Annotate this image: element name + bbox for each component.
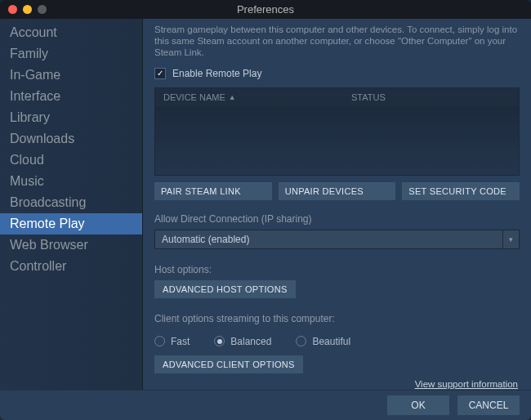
support-link-row: View support information (154, 378, 518, 390)
chevron-down-icon[interactable]: ▾ (502, 230, 519, 248)
window-body: AccountFamilyIn-GameInterfaceLibraryDown… (0, 19, 531, 390)
main-panel: Stream gameplay between this computer an… (143, 19, 531, 390)
sidebar-item-library[interactable]: Library (0, 107, 142, 128)
cancel-button[interactable]: CANCEL (457, 395, 520, 415)
enable-remote-play-checkbox[interactable]: ✓ (154, 68, 166, 79)
close-icon[interactable] (8, 5, 17, 14)
sidebar-item-family[interactable]: Family (0, 43, 142, 65)
device-buttons-row: PAIR STEAM LINK UNPAIR DEVICES SET SECUR… (154, 182, 520, 200)
traffic-lights (0, 5, 47, 14)
maximize-icon (38, 5, 47, 14)
sidebar-item-controller[interactable]: Controller (0, 256, 142, 277)
radio-label: Balanced (230, 336, 271, 347)
preferences-window: Preferences AccountFamilyIn-GameInterfac… (0, 0, 531, 420)
direct-connection-dropdown[interactable]: Automatic (enabled) ▾ (154, 230, 520, 249)
client-options-label: Client options streaming to this compute… (154, 313, 520, 324)
sidebar-item-cloud[interactable]: Cloud (0, 150, 142, 171)
radio-label: Fast (171, 336, 190, 347)
device-table: DEVICE NAME ▲ STATUS (154, 87, 520, 176)
sort-ascending-icon: ▲ (229, 93, 236, 101)
sidebar-item-web-browser[interactable]: Web Browser (0, 235, 142, 256)
ok-button[interactable]: OK (387, 395, 449, 415)
pair-steam-link-button[interactable]: PAIR STEAM LINK (154, 182, 272, 200)
host-options-label: Host options: (154, 264, 520, 275)
sidebar-item-remote-play[interactable]: Remote Play (0, 213, 142, 235)
radio-icon (154, 336, 165, 346)
table-header: DEVICE NAME ▲ STATUS (155, 88, 519, 106)
footer: OK CANCEL (0, 390, 531, 420)
sidebar-item-in-game[interactable]: In-Game (0, 65, 142, 86)
table-body-empty (155, 106, 519, 175)
quality-radio-fast[interactable]: Fast (154, 336, 190, 347)
advanced-host-options-button[interactable]: ADVANCED HOST OPTIONS (154, 280, 296, 298)
direct-connection-label: Allow Direct Connection (IP sharing) (154, 213, 520, 225)
radio-icon (214, 336, 225, 346)
client-quality-radios: FastBalancedBeautiful (154, 336, 520, 347)
column-device-label: DEVICE NAME (163, 92, 225, 102)
quality-radio-beautiful[interactable]: Beautiful (296, 336, 350, 347)
column-status[interactable]: STATUS (351, 92, 511, 102)
sidebar-item-broadcasting[interactable]: Broadcasting (0, 192, 142, 213)
sidebar-item-interface[interactable]: Interface (0, 86, 142, 107)
advanced-client-options-button[interactable]: ADVANCED CLIENT OPTIONS (154, 355, 303, 373)
description-text: Stream gameplay between this computer an… (154, 24, 520, 58)
sidebar-item-music[interactable]: Music (0, 171, 142, 192)
radio-label: Beautiful (312, 336, 350, 347)
radio-icon (296, 336, 306, 346)
unpair-devices-button[interactable]: UNPAIR DEVICES (279, 182, 396, 200)
titlebar: Preferences (0, 0, 531, 19)
window-title: Preferences (0, 3, 531, 16)
minimize-icon[interactable] (23, 5, 32, 14)
view-support-link[interactable]: View support information (415, 379, 518, 389)
set-security-code-button[interactable]: SET SECURITY CODE (402, 182, 520, 200)
enable-remote-play-label: Enable Remote Play (172, 68, 261, 79)
direct-connection-value: Automatic (enabled) (155, 234, 502, 245)
sidebar: AccountFamilyIn-GameInterfaceLibraryDown… (0, 19, 143, 390)
sidebar-item-downloads[interactable]: Downloads (0, 128, 142, 150)
sidebar-item-account[interactable]: Account (0, 22, 142, 43)
column-device-name[interactable]: DEVICE NAME ▲ (163, 92, 351, 102)
quality-radio-balanced[interactable]: Balanced (214, 336, 271, 347)
enable-remote-play-row[interactable]: ✓ Enable Remote Play (154, 68, 520, 79)
